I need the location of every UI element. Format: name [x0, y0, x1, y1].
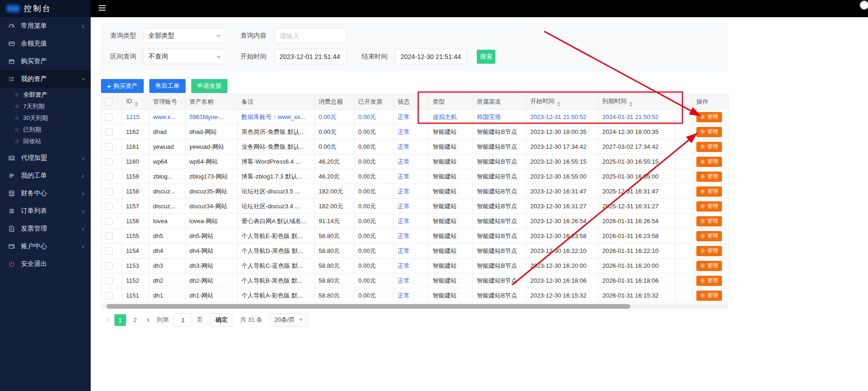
row-checkbox[interactable] [105, 188, 113, 195]
sidebar-item-order-list[interactable]: 订单列表‹ [0, 202, 91, 220]
gear-icon [700, 248, 705, 253]
row-checkbox[interactable] [105, 143, 113, 151]
row-checkbox[interactable] [105, 292, 113, 299]
table-row: 1157discuz...discuz34-网站论坛社区-discuz3.4 .… [101, 199, 729, 214]
manage-button[interactable]: 管理 [696, 246, 722, 256]
manage-button[interactable]: 管理 [696, 261, 722, 271]
goto-confirm-button[interactable]: 确定 [209, 313, 234, 326]
row-checkbox[interactable] [105, 232, 113, 240]
per-page-select[interactable]: 20条/页 [270, 313, 308, 326]
column-header-start[interactable]: 开始时间 [527, 94, 599, 110]
cell-op: 管理 [693, 125, 729, 139]
sidebar-item-agent-join[interactable]: 代理加盟‹ [0, 149, 91, 167]
next-page-button[interactable]: › [147, 315, 150, 325]
row-checkbox[interactable] [105, 158, 113, 166]
apply-invoice-button[interactable]: 申请发票 [191, 79, 227, 93]
manage-button[interactable]: 管理 [696, 142, 722, 152]
sidebar-item-logout[interactable]: 安全退出 [0, 255, 91, 273]
manage-button[interactable]: 管理 [696, 112, 722, 122]
manage-button[interactable]: 管理 [696, 186, 722, 197]
manage-button[interactable]: 管理 [696, 157, 722, 167]
sort-icon[interactable] [629, 102, 633, 106]
sidebar-subitem-3[interactable]: ☆30天到期 [0, 112, 91, 124]
cell-asset: discuz35-网站 [186, 184, 238, 199]
cell-channel: 智能建站B节点 [473, 244, 527, 258]
sort-icon[interactable] [134, 102, 138, 106]
sort-icon[interactable] [557, 102, 561, 106]
sidebar-item-my-assets[interactable]: 我的资产‹ [0, 70, 91, 88]
manage-button[interactable]: 管理 [696, 216, 722, 226]
cell-filler [675, 258, 693, 273]
cell-status: 正常 [394, 229, 429, 244]
sidebar-item-invoice-management[interactable]: 发票管理‹ [0, 220, 91, 238]
query-content-input[interactable] [274, 28, 347, 43]
manage-button[interactable]: 管理 [696, 291, 722, 301]
row-checkbox[interactable] [105, 262, 113, 270]
sidebar-item-my-tickets[interactable]: 我的工单‹ [0, 167, 91, 185]
sidebar-subitem-4[interactable]: ☆已到期 [0, 124, 91, 135]
row-checkbox[interactable] [105, 277, 113, 285]
end-time-input[interactable] [395, 49, 467, 64]
gear-icon [700, 189, 705, 194]
start-time-input[interactable] [274, 49, 347, 64]
column-header-id[interactable]: ID [122, 94, 149, 110]
column-header-asset: 资产名称 [186, 94, 238, 110]
page-button-1[interactable]: 1 [114, 314, 126, 326]
select-all-checkbox[interactable] [105, 98, 113, 106]
column-label: 消费总额 [319, 98, 343, 105]
chevron-down-icon: ‹ [80, 78, 87, 80]
cell-checkbox [101, 258, 122, 273]
cell-filler [675, 288, 693, 303]
manage-button[interactable]: 管理 [696, 231, 722, 241]
sidebar-subitem-1[interactable]: ☆全部资产 [0, 89, 91, 100]
finance-icon [8, 190, 18, 197]
row-checkbox[interactable] [105, 113, 113, 121]
goto-page-input[interactable] [174, 313, 192, 326]
buy-assets-button[interactable]: + 购买资产 [101, 79, 144, 93]
power-icon [8, 261, 18, 267]
sidebar-subitem-2[interactable]: ☆7天到期 [0, 100, 91, 112]
sidebar-item-finance-center[interactable]: 财务中心‹ [0, 185, 91, 202]
cell-checkbox [101, 244, 122, 258]
sidebar-item-balance-recharge[interactable]: 余额充值 [0, 35, 91, 53]
cell-asset: dh5-网站 [186, 229, 238, 244]
sidebar-item-common-menu[interactable]: 常用菜单‹ [0, 17, 91, 35]
manage-button[interactable]: 管理 [696, 276, 722, 286]
filter-panel: 查询类型 全部类型 查询内容 区间查询 不查询 开始时间 结束时间 搜索 [101, 23, 728, 72]
page-button-2[interactable]: 2 [129, 314, 141, 326]
sidebar-item-buy-assets[interactable]: 购买资产 [0, 53, 91, 70]
cell-invoiced: 0.00元 [354, 169, 394, 184]
column-label: 到期时间 [602, 98, 627, 105]
cell-id: 1152 [122, 273, 149, 288]
cell-op: 管理 [693, 169, 729, 184]
row-checkbox[interactable] [105, 128, 113, 136]
column-header-expire[interactable]: 到期时间 [599, 94, 675, 110]
sidebar-subitem-5[interactable]: ☆回收站 [0, 135, 91, 147]
range-query-select[interactable]: 不查询 [143, 49, 226, 64]
manage-button[interactable]: 管理 [696, 201, 722, 212]
horizontal-scrollbar[interactable] [101, 304, 728, 309]
cell-checkbox [101, 273, 122, 288]
manage-button[interactable]: 管理 [696, 172, 722, 182]
cell-checkbox [101, 154, 122, 169]
hamburger-menu-icon[interactable] [99, 5, 106, 12]
column-header-checkbox [101, 94, 122, 110]
scrollbar-thumb[interactable] [107, 304, 630, 309]
search-button[interactable]: 搜索 [477, 50, 495, 64]
query-type-select[interactable]: 全部类型 [143, 28, 226, 43]
idcard-icon [8, 155, 18, 161]
status-badge: 正常 [398, 247, 410, 254]
column-label: 操作 [696, 98, 708, 105]
manage-button[interactable]: 管理 [696, 127, 722, 137]
aftersale-ticket-button[interactable]: 售后工单 [149, 79, 186, 93]
row-checkbox[interactable] [105, 218, 113, 225]
user-avatar[interactable] [859, 0, 868, 10]
row-checkbox[interactable] [105, 173, 113, 180]
wallet-icon [8, 40, 18, 47]
prev-page-button[interactable]: ‹ [107, 315, 109, 325]
cell-total: 46.20元 [315, 154, 354, 169]
sidebar-item-account-center[interactable]: 账户中心‹ [0, 238, 91, 255]
row-checkbox[interactable] [105, 247, 113, 255]
column-label: 开始时间 [530, 98, 554, 105]
row-checkbox[interactable] [105, 203, 113, 210]
